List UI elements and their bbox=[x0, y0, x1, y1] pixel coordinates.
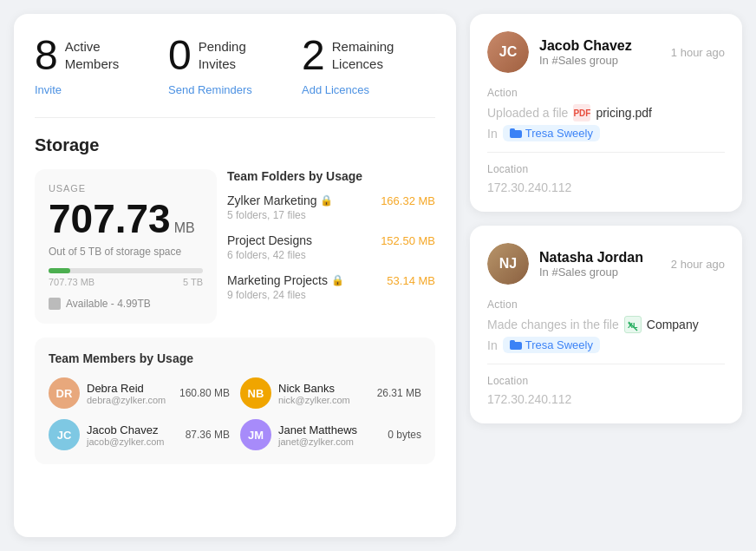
storage-title: Storage bbox=[35, 135, 435, 155]
svg-rect-6 bbox=[510, 340, 515, 344]
list-item: JC Jacob Chavez jacob@zylker.com 87.36 M… bbox=[49, 419, 230, 450]
folder-location-row: In Tresa Sweely bbox=[487, 125, 725, 141]
folder-chip: Tresa Sweely bbox=[503, 337, 600, 353]
stat-remaining-licences: 2 RemainingLicences Add Licences bbox=[302, 35, 435, 96]
left-panel: 8 ActiveMembers Invite 0 PendingInvites … bbox=[14, 14, 456, 537]
activity-user-info: Jacob Chavez In #Sales group bbox=[539, 38, 661, 67]
team-members-title: Team Members by Usage bbox=[49, 351, 421, 365]
avatar: JC bbox=[487, 31, 529, 73]
location-value: 172.30.240.112 bbox=[487, 180, 725, 194]
avatar: NJ bbox=[487, 243, 529, 285]
progress-used-label: 707.73 MB bbox=[49, 277, 94, 287]
available-row: Available - 4.99TB bbox=[49, 298, 203, 310]
folder-name: Tresa Sweely bbox=[525, 338, 593, 351]
storage-icon bbox=[49, 298, 61, 310]
avatar: NB bbox=[240, 377, 271, 409]
folder-meta: 6 folders, 42 files bbox=[227, 249, 435, 261]
progress-labels: 707.73 MB 5 TB bbox=[49, 277, 203, 287]
invite-link[interactable]: Invite bbox=[35, 83, 168, 96]
activity-action-row: Made changes in the file XL Company bbox=[487, 316, 725, 333]
member-size: 160.80 MB bbox=[179, 387, 230, 399]
file-name: Company bbox=[647, 318, 699, 331]
avatar: JM bbox=[240, 419, 271, 450]
location-value: 172.30.240.112 bbox=[487, 392, 725, 406]
activity-card-1: JC Jacob Chavez In #Sales group 1 hour a… bbox=[470, 14, 742, 212]
member-info: Nick Banks nick@zylker.com bbox=[278, 382, 370, 405]
folder-size: 166.32 MB bbox=[381, 194, 435, 207]
available-text: Available - 4.99TB bbox=[66, 298, 151, 310]
folder-size: 152.50 MB bbox=[381, 234, 435, 247]
member-email: jacob@zylker.com bbox=[87, 436, 179, 447]
member-email: janet@zylker.com bbox=[278, 436, 381, 447]
folder-icon bbox=[510, 128, 522, 138]
activity-time: 2 hour ago bbox=[671, 258, 725, 271]
remaining-licences-label: RemainingLicences bbox=[332, 38, 394, 72]
folder-name: Zylker Marketing 🔒 bbox=[227, 194, 333, 207]
member-size: 26.31 MB bbox=[377, 387, 421, 399]
folder-name: Marketing Projects 🔒 bbox=[227, 273, 344, 287]
member-size: 0 bytes bbox=[388, 429, 421, 441]
activity-header: NJ Natasha Jordan In #Sales group 2 hour… bbox=[487, 243, 725, 285]
member-name: Debra Reid bbox=[87, 382, 173, 395]
storage-section: Storage USAGE 707.73 MB Out of 5 TB of s… bbox=[35, 135, 435, 464]
in-text: In bbox=[487, 127, 498, 141]
file-name: pricing.pdf bbox=[596, 106, 652, 120]
storage-grid: USAGE 707.73 MB Out of 5 TB of storage s… bbox=[35, 169, 435, 324]
folder-size: 53.14 MB bbox=[387, 274, 435, 287]
list-item: NB Nick Banks nick@zylker.com 26.31 MB bbox=[240, 377, 421, 409]
activity-group: In #Sales group bbox=[539, 266, 661, 279]
usage-subtitle: Out of 5 TB of storage space bbox=[49, 246, 203, 258]
location-label: Location bbox=[487, 163, 725, 175]
pending-invites-label: PendingInvites bbox=[199, 38, 246, 72]
avatar: JC bbox=[49, 419, 80, 450]
activity-action-row: Uploaded a file PDF pricing.pdf bbox=[487, 104, 725, 121]
member-name: Jacob Chavez bbox=[87, 423, 179, 436]
remaining-licences-number: 2 bbox=[302, 35, 325, 76]
list-item: DR Debra Reid debra@zylker.com 160.80 MB bbox=[49, 377, 230, 409]
list-item: Zylker Marketing 🔒 166.32 MB 5 folders, … bbox=[227, 194, 435, 221]
folder-icon bbox=[510, 340, 522, 350]
member-email: nick@zylker.com bbox=[278, 395, 370, 405]
stats-row: 8 ActiveMembers Invite 0 PendingInvites … bbox=[35, 35, 435, 118]
pdf-icon: PDF bbox=[573, 104, 590, 121]
folder-name-row: Project Designs 152.50 MB bbox=[227, 233, 435, 247]
usage-card: USAGE 707.73 MB Out of 5 TB of storage s… bbox=[35, 169, 217, 324]
list-item: Marketing Projects 🔒 53.14 MB 9 folders,… bbox=[227, 273, 435, 301]
svg-rect-1 bbox=[510, 128, 515, 132]
folder-name-row: Zylker Marketing 🔒 166.32 MB bbox=[227, 194, 435, 207]
progress-bar bbox=[49, 268, 203, 273]
lock-icon: 🔒 bbox=[320, 194, 333, 207]
action-text: Uploaded a file bbox=[487, 106, 568, 120]
progress-fill bbox=[49, 268, 70, 273]
divider bbox=[487, 152, 725, 153]
team-folders-panel: Team Folders by Usage Zylker Marketing 🔒… bbox=[227, 169, 435, 324]
lock-icon: 🔒 bbox=[331, 274, 344, 286]
folder-name: Tresa Sweely bbox=[525, 127, 593, 140]
members-grid: DR Debra Reid debra@zylker.com 160.80 MB… bbox=[49, 377, 421, 450]
folder-meta: 5 folders, 17 files bbox=[227, 209, 435, 221]
action-label: Action bbox=[487, 87, 725, 99]
list-item: JM Janet Matthews janet@zylker.com 0 byt… bbox=[240, 419, 421, 450]
folder-chip: Tresa Sweely bbox=[503, 125, 600, 141]
avatar: DR bbox=[49, 377, 80, 409]
list-item: Project Designs 152.50 MB 6 folders, 42 … bbox=[227, 233, 435, 261]
member-name: Janet Matthews bbox=[278, 423, 381, 436]
team-folders-title: Team Folders by Usage bbox=[227, 169, 435, 183]
location-label: Location bbox=[487, 375, 725, 387]
send-reminders-link[interactable]: Send Reminders bbox=[168, 83, 302, 96]
stat-active-members: 8 ActiveMembers Invite bbox=[35, 35, 168, 96]
activity-user-info: Natasha Jordan In #Sales group bbox=[539, 250, 661, 279]
usage-label: USAGE bbox=[49, 183, 203, 194]
add-licences-link[interactable]: Add Licences bbox=[302, 83, 435, 96]
member-size: 87.36 MB bbox=[186, 429, 230, 441]
activity-username: Natasha Jordan bbox=[539, 250, 661, 266]
member-info: Debra Reid debra@zylker.com bbox=[87, 382, 173, 405]
usage-unit: MB bbox=[174, 220, 195, 236]
member-info: Janet Matthews janet@zylker.com bbox=[278, 423, 381, 447]
xlsx-icon: XL bbox=[624, 316, 642, 333]
folder-name: Project Designs bbox=[227, 233, 312, 247]
active-members-number: 8 bbox=[35, 35, 58, 76]
activity-time: 1 hour ago bbox=[671, 46, 725, 59]
activity-group: In #Sales group bbox=[539, 54, 661, 67]
action-text: Made changes in the file bbox=[487, 318, 619, 331]
